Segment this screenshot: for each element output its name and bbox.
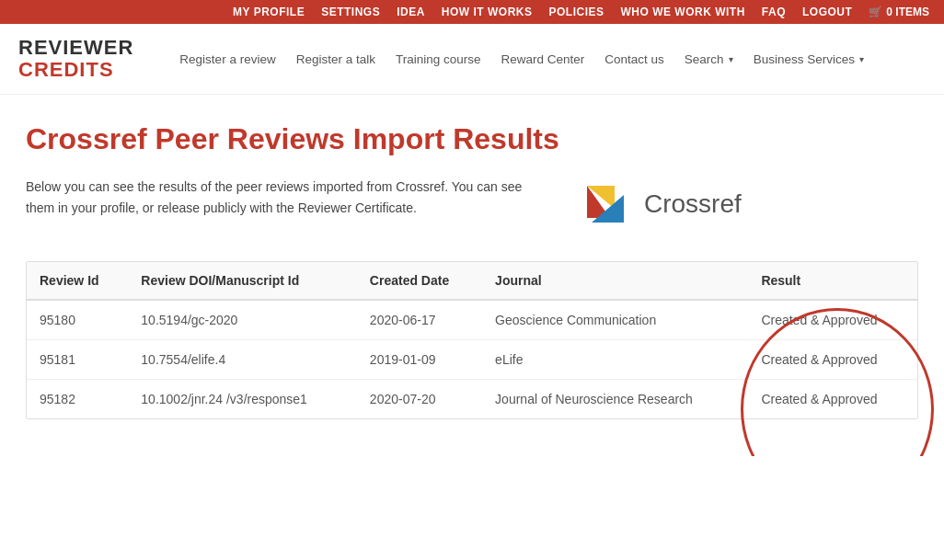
logo-bottom: CREDITS <box>18 59 133 81</box>
description-area: Below you can see the results of the pee… <box>26 177 918 232</box>
cell-review-id-1: 95181 <box>27 340 128 380</box>
cell-journal-1: eLife <box>482 340 748 380</box>
cell-doi-suffix: /v3/response1 <box>226 392 307 406</box>
business-services-label: Business Services <box>754 52 855 66</box>
cart-label: 0 ITEMS <box>886 6 929 18</box>
how-it-works-link[interactable]: HOW IT WORKS <box>442 6 533 18</box>
cell-doi-2: 10.1002/jnr.24 /v3/response1 <box>128 380 357 419</box>
search-dropdown[interactable]: Search ▾ <box>685 52 733 66</box>
header: REVIEWER CREDITS Register a review Regis… <box>0 24 944 95</box>
col-header-created-date: Created Date <box>357 262 482 300</box>
top-bar: MY PROFILE SETTINGS IDEA HOW IT WORKS PO… <box>0 0 944 24</box>
table-row: 95182 10.1002/jnr.24 /v3/response1 2020-… <box>27 380 917 419</box>
business-services-dropdown[interactable]: Business Services ▾ <box>754 52 864 66</box>
cell-result-0: Created & Approved <box>748 300 917 340</box>
cell-result-2: Created & Approved <box>748 380 917 419</box>
cell-doi-0: 10.5194/gc-2020 <box>128 300 357 340</box>
results-table-container: Review Id Review DOI/Manuscript Id Creat… <box>26 261 918 419</box>
table-header-row: Review Id Review DOI/Manuscript Id Creat… <box>27 262 917 300</box>
idea-link[interactable]: IDEA <box>397 6 425 18</box>
cell-review-id-0: 95180 <box>27 300 128 340</box>
logo-top: REVIEWER <box>18 37 133 59</box>
contact-us-link[interactable]: Contact us <box>604 52 664 66</box>
register-talk-link[interactable]: Register a talk <box>296 52 375 66</box>
cart-icon: 🛒 <box>869 6 882 18</box>
faq-link[interactable]: FAQ <box>762 6 786 18</box>
crossref-label: Crossref <box>644 189 742 219</box>
cell-result-1: Created & Approved <box>748 340 917 380</box>
cell-date-2: 2020-07-20 <box>357 380 482 419</box>
table-row: 95181 10.7554/elife.4 2019-01-09 eLife C… <box>27 340 917 380</box>
crossref-icon <box>578 177 633 232</box>
policies-link[interactable]: POLICIES <box>548 6 604 18</box>
main-nav: Register a review Register a talk Traini… <box>179 52 926 66</box>
col-header-review-id: Review Id <box>27 262 128 300</box>
crossref-logo: Crossref <box>578 177 762 232</box>
my-profile-link[interactable]: MY PROFILE <box>233 6 305 18</box>
cart-area[interactable]: 🛒 0 ITEMS <box>869 6 929 18</box>
register-review-link[interactable]: Register a review <box>179 52 275 66</box>
cell-review-id-2: 95182 <box>27 380 128 419</box>
description-text: Below you can see the results of the pee… <box>26 177 541 218</box>
main-content: Crossref Peer Reviews Import Results Bel… <box>0 95 944 456</box>
search-label: Search <box>685 52 724 66</box>
cell-date-0: 2020-06-17 <box>357 300 482 340</box>
cell-doi-main: 10.1002/jnr.24 <box>141 392 223 406</box>
col-header-journal: Journal <box>482 262 748 300</box>
who-we-work-with-link[interactable]: WHO WE WORK WITH <box>621 6 745 18</box>
results-table: Review Id Review DOI/Manuscript Id Creat… <box>27 262 917 418</box>
cell-doi-1: 10.7554/elife.4 <box>128 340 357 380</box>
reward-center-link[interactable]: Reward Center <box>501 52 585 66</box>
cell-journal-0: Geoscience Communication <box>482 300 748 340</box>
logo[interactable]: REVIEWER CREDITS <box>18 37 133 81</box>
cell-date-1: 2019-01-09 <box>357 340 482 380</box>
logout-link[interactable]: LOGOUT <box>802 6 852 18</box>
cell-journal-2: Journal of Neuroscience Research <box>482 380 748 419</box>
search-chevron-icon: ▾ <box>729 54 733 64</box>
col-header-doi: Review DOI/Manuscript Id <box>128 262 357 300</box>
col-header-result: Result <box>748 262 917 300</box>
business-services-chevron-icon: ▾ <box>859 54 864 64</box>
training-course-link[interactable]: Training course <box>396 52 481 66</box>
settings-link[interactable]: SETTINGS <box>321 6 380 18</box>
table-row: 95180 10.5194/gc-2020 2020-06-17 Geoscie… <box>27 300 917 340</box>
page-title: Crossref Peer Reviews Import Results <box>26 122 918 156</box>
